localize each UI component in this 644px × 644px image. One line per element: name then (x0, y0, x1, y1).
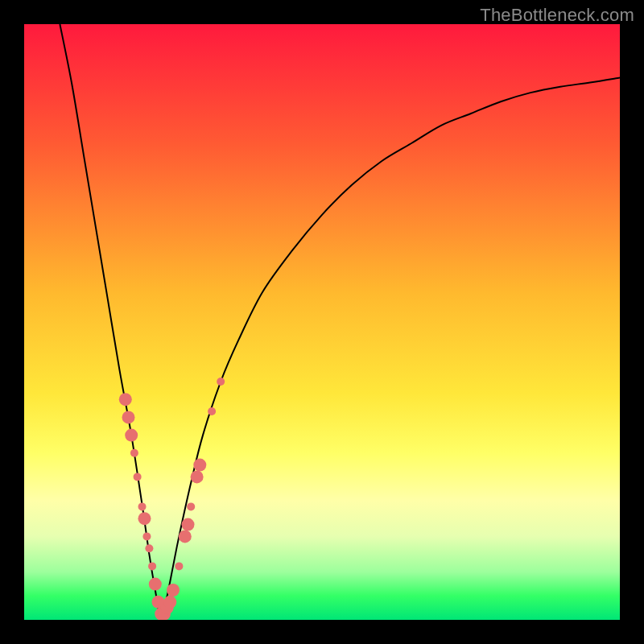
sample-marker (134, 473, 142, 481)
sample-marker (138, 512, 151, 525)
sample-marker (149, 578, 162, 591)
sample-marker (125, 429, 138, 442)
sample-marker (119, 393, 132, 406)
chart-background (24, 24, 620, 620)
sample-marker (163, 596, 176, 609)
sample-marker (217, 378, 225, 386)
watermark-text: TheBottleneck.com (480, 5, 634, 26)
sample-marker (182, 518, 195, 531)
sample-marker (138, 502, 147, 510)
plot-area (24, 24, 620, 620)
sample-marker (193, 459, 206, 472)
sample-marker (187, 502, 195, 510)
sample-marker (179, 530, 192, 543)
sample-marker (175, 562, 183, 570)
chart-frame: TheBottleneck.com (0, 0, 644, 644)
chart-svg (24, 24, 620, 620)
sample-marker (191, 470, 204, 483)
sample-marker (148, 562, 156, 570)
sample-marker (145, 544, 153, 552)
sample-marker (130, 449, 138, 457)
sample-marker (142, 532, 151, 540)
sample-marker (167, 584, 180, 597)
sample-marker (208, 407, 216, 415)
sample-marker (122, 411, 135, 423)
